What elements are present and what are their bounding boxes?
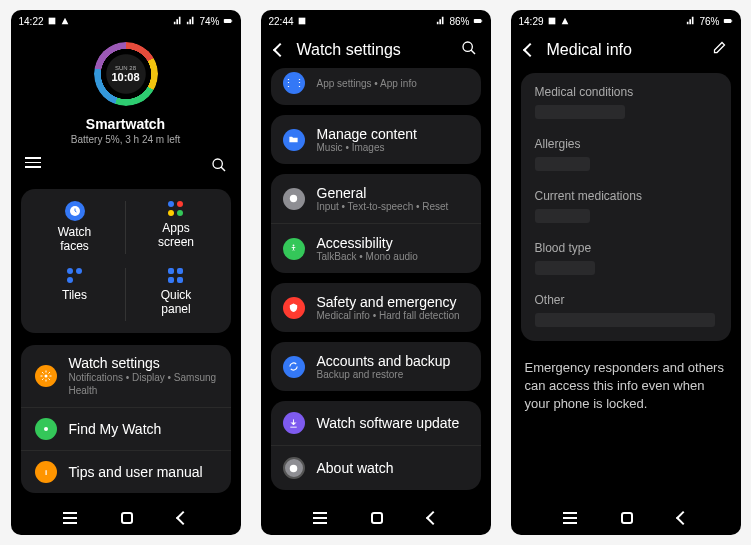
status-icon: [60, 16, 70, 26]
nav-back[interactable]: [426, 511, 440, 525]
row-about-watch[interactable]: About watch: [271, 446, 481, 490]
watch-face-time: 10:08: [111, 71, 139, 83]
row-title: Tips and user manual: [69, 464, 217, 480]
row-title: General: [317, 185, 469, 201]
grid-apps-screen[interactable]: Apps screen: [126, 201, 227, 254]
header: Watch settings: [261, 32, 491, 68]
svg-text:i: i: [44, 467, 46, 476]
edit-icon[interactable]: [712, 40, 727, 59]
quick-panel-icon: [168, 268, 184, 284]
back-icon[interactable]: [522, 42, 536, 56]
field-allergies[interactable]: Allergies: [521, 129, 731, 181]
accessibility-icon: [283, 238, 305, 260]
row-title: Accessibility: [317, 235, 469, 251]
grid-watch-faces[interactable]: Watch faces: [25, 201, 126, 254]
screen-watch-settings: 22:44 86% Watch settings ⋮⋮ App settings…: [261, 10, 491, 535]
menu-icon[interactable]: [25, 157, 41, 177]
nav-back[interactable]: [176, 511, 190, 525]
nav-home[interactable]: [371, 512, 383, 524]
svg-point-7: [44, 427, 48, 431]
nav-recent[interactable]: [63, 517, 77, 519]
location-icon: [35, 418, 57, 440]
row-subtitle: Input • Text-to-speech • Reset: [317, 201, 469, 212]
field-current-medications[interactable]: Current medications: [521, 181, 731, 233]
nav-back[interactable]: [676, 511, 690, 525]
field-label: Current medications: [535, 189, 717, 203]
row-accessibility[interactable]: Accessibility TalkBack • Mono audio: [271, 224, 481, 273]
svg-rect-1: [223, 19, 231, 23]
watch-face-preview[interactable]: SUN 28 10:08: [92, 40, 160, 108]
settings-group: Safety and emergency Medical info • Hard…: [271, 283, 481, 332]
nav-recent[interactable]: [563, 517, 577, 519]
quick-grid: Watch faces Apps screen Tiles: [21, 189, 231, 333]
svg-point-3: [213, 159, 222, 168]
row-title: Find My Watch: [69, 421, 217, 437]
signal-icon: [436, 16, 446, 26]
grid-quick-panel[interactable]: Quick panel: [126, 268, 227, 321]
row-title: Watch settings: [69, 355, 217, 371]
page-title: Medical info: [547, 41, 700, 59]
redacted-value: [535, 105, 625, 119]
svg-point-16: [290, 464, 298, 472]
settings-group: Watch software update About watch: [271, 401, 481, 490]
lock-screen-note: Emergency responders and others can acce…: [511, 347, 741, 426]
redacted-value: [535, 261, 595, 275]
emergency-icon: [283, 297, 305, 319]
row-watch-settings[interactable]: Watch settings Notifications • Display •…: [21, 345, 231, 408]
grid-label: Tiles: [25, 288, 125, 302]
row-safety-emergency[interactable]: Safety and emergency Medical info • Hard…: [271, 283, 481, 332]
svg-rect-2: [231, 20, 232, 22]
grid-label: Quick panel: [126, 288, 227, 317]
row-find-my-watch[interactable]: Find My Watch: [21, 408, 231, 451]
grid-tiles[interactable]: Tiles: [25, 268, 126, 321]
status-battery: 74%: [199, 16, 219, 27]
tiles-icon: [67, 268, 83, 284]
field-label: Medical conditions: [535, 85, 717, 99]
settings-list: Watch settings Notifications • Display •…: [21, 345, 231, 493]
navbar: [261, 501, 491, 535]
status-time: 14:29: [519, 16, 544, 27]
row-subtitle: Backup and restore: [317, 369, 469, 380]
field-blood-type[interactable]: Blood type: [521, 233, 731, 285]
settings-group: Accounts and backup Backup and restore: [271, 342, 481, 391]
row-manage-content[interactable]: Manage content Music • Images: [271, 115, 481, 164]
navbar: [511, 501, 741, 535]
settings-group: Manage content Music • Images: [271, 115, 481, 164]
row-title: About watch: [317, 460, 469, 476]
sync-icon: [283, 356, 305, 378]
search-icon[interactable]: [461, 40, 477, 60]
row-apps-partial[interactable]: ⋮⋮ App settings • App info: [271, 68, 481, 105]
row-subtitle: Notifications • Display • Samsung Health: [69, 371, 217, 397]
settings-scroll[interactable]: ⋮⋮ App settings • App info Manage conten…: [261, 68, 491, 501]
back-icon[interactable]: [272, 43, 286, 57]
nav-recent[interactable]: [313, 517, 327, 519]
svg-rect-11: [481, 20, 482, 22]
nav-home[interactable]: [621, 512, 633, 524]
status-time: 22:44: [269, 16, 294, 27]
statusbar: 14:22 74%: [11, 10, 241, 32]
field-other[interactable]: Other: [521, 285, 731, 337]
row-title: Watch software update: [317, 415, 469, 431]
search-icon[interactable]: [211, 157, 227, 177]
redacted-value: [535, 313, 715, 327]
svg-point-14: [290, 195, 297, 202]
folder-icon: [283, 129, 305, 151]
medical-info-card: Medical conditions Allergies Current med…: [521, 73, 731, 341]
status-icon: [547, 16, 557, 26]
nav-home[interactable]: [121, 512, 133, 524]
svg-line-13: [471, 50, 475, 54]
svg-rect-10: [473, 19, 481, 23]
svg-rect-19: [731, 20, 732, 22]
redacted-value: [535, 209, 590, 223]
row-accounts-backup[interactable]: Accounts and backup Backup and restore: [271, 342, 481, 391]
row-software-update[interactable]: Watch software update: [271, 401, 481, 446]
status-battery: 86%: [449, 16, 469, 27]
gear-icon: [283, 188, 305, 210]
row-general[interactable]: General Input • Text-to-speech • Reset: [271, 174, 481, 224]
row-tips-manual[interactable]: i Tips and user manual: [21, 451, 231, 493]
field-medical-conditions[interactable]: Medical conditions: [521, 77, 731, 129]
watch-header: SUN 28 10:08 Smartwatch Battery 5%, 3 h …: [11, 32, 241, 151]
status-time: 14:22: [19, 16, 44, 27]
grid-label: Watch faces: [25, 225, 125, 254]
signal-icon: [173, 16, 183, 26]
